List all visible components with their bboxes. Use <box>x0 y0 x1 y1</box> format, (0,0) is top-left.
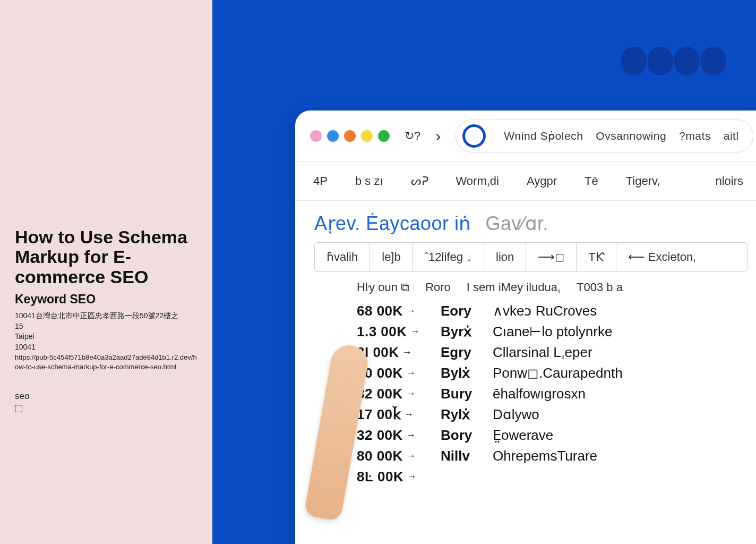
address-segment: Ovsannowing <box>596 130 666 142</box>
hero-area: ↻? › Wnind Sṗolech Ovsannowing ?mats ait… <box>212 0 756 544</box>
address-segment: aitl <box>724 130 739 142</box>
result-metric: 8I 00K→ <box>357 344 426 361</box>
result-metric: 1.3 00K→ <box>357 324 426 340</box>
result-code: Bory <box>441 427 478 444</box>
result-name: Cllarsinal Lˌeper <box>493 344 592 361</box>
address-city: Taipei <box>15 332 197 342</box>
page-url: https://pub-5c454f571b8e40a3a2aad27ade84… <box>15 353 197 372</box>
browser-chrome: ↻? › Wnind Sṗolech Ovsannowing ?mats ait… <box>295 110 756 162</box>
content-area: Aṛev. Ėaycaoor iṅ Gav⁄ɑr. ɦvalih le]b ˆ1… <box>295 201 756 544</box>
result-name: Dɑlywo <box>493 406 539 423</box>
arrow-icon: → <box>406 305 416 317</box>
subline-part: T003 b a <box>577 280 623 294</box>
tag-label: seo <box>15 391 197 402</box>
arrow-icon: → <box>406 450 416 462</box>
result-row[interactable]: 82 00K→ Bury ēhalfowıgrosxn <box>357 386 748 402</box>
result-row[interactable]: 17 00ǩ→ Rylẋ Dɑlywo <box>357 406 748 423</box>
address-postal: 10041 <box>15 342 197 353</box>
result-code: Egry <box>441 344 478 361</box>
result-name: ēhalfowıgrosxn <box>493 386 586 402</box>
tab-item[interactable]: Tē <box>585 174 598 188</box>
arrow-icon: → <box>406 430 416 441</box>
arrow-icon: → <box>406 388 416 400</box>
browser-window: ↻? › Wnind Sṗolech Ovsannowing ?mats ait… <box>295 110 756 544</box>
result-code: Byrẋ <box>441 324 478 340</box>
address-bar[interactable]: Wnind Sṗolech Ovsannowing ?mats aitl <box>456 120 753 152</box>
chevron-right-icon[interactable]: › <box>435 127 441 145</box>
result-code: Rylẋ <box>441 406 478 423</box>
logo-blob-icon <box>674 47 700 75</box>
page-subtitle: Keyword SEO <box>15 292 197 307</box>
arrow-icon: → <box>410 326 420 337</box>
toolbar-cell[interactable]: ɦvalih <box>315 243 370 271</box>
logo-blob-icon <box>621 47 647 75</box>
toolbar-cell[interactable]: ⟵ Excietonˌ <box>616 243 708 271</box>
address-number: 15 <box>15 321 197 332</box>
tab-item[interactable]: Wormˌdi <box>456 174 499 188</box>
result-row[interactable]: 8I 00K→ Egry Cllarsinal Lˌeper <box>357 344 748 361</box>
tab-item[interactable]: nloirs <box>715 174 743 188</box>
toolbar-cell[interactable]: lion <box>484 243 526 271</box>
subline-part: Roro <box>425 280 451 294</box>
result-metric: 8Ŀ 00K→ <box>357 469 426 485</box>
results-list: 68 00K→ Eory ∧vkeɔ RuCroves 1.3 00K→ Byr… <box>357 303 748 485</box>
result-name: OhrepemsTurare <box>493 448 597 464</box>
result-name: ∧vkeɔ RuCroves <box>493 303 597 319</box>
result-metric: 32 00K→ <box>357 427 426 444</box>
tab-item[interactable]: Tigerv, <box>626 174 660 188</box>
result-code: Eory <box>441 303 478 319</box>
arrow-icon: → <box>407 471 417 482</box>
logo-blob-icon <box>648 47 673 75</box>
result-name: Ponw◻.Caurapednth <box>493 365 623 381</box>
result-code: Nillv <box>441 448 478 464</box>
result-row[interactable]: 8Ŀ 00K→ <box>357 469 748 485</box>
result-metric: 80 00K→ <box>357 448 426 464</box>
window-dot-icon[interactable] <box>344 130 356 142</box>
result-name: E̤owerave <box>493 427 553 444</box>
result-row[interactable]: 32 00K→ Bory E̤owerave <box>357 427 748 444</box>
window-dot-icon[interactable] <box>378 130 390 142</box>
filter-toolbar: ɦvalih le]b ˆ12lifeg ↓ lion ⟶◻ TƘ ⟵ Exci… <box>314 242 748 272</box>
tiny-square-icon <box>15 405 22 412</box>
headline: Aṛev. Ėaycaoor iṅ Gav⁄ɑr. <box>314 212 748 235</box>
toolbar-cell[interactable]: le]b <box>370 243 412 271</box>
logo-blob-icon <box>701 47 726 75</box>
window-dots <box>310 130 390 142</box>
result-metric: 68 00K→ <box>357 303 426 319</box>
result-metric: 80 00K→ <box>357 365 426 381</box>
result-row[interactable]: 1.3 00K→ Byrẋ Cıane⊢lo ptolynrke <box>357 324 748 340</box>
toolbar-cell[interactable]: ˆ12lifeg ↓ <box>413 243 484 271</box>
toolbar-cell[interactable]: ⟶◻ <box>526 243 576 271</box>
headline-primary: Aṛev. Ėaycaoor iṅ <box>314 212 471 234</box>
reload-icon[interactable]: ↻? <box>405 129 420 143</box>
headline-secondary: Gav⁄ɑr. <box>485 212 548 234</box>
result-metric: 82 00K→ <box>357 386 426 402</box>
tab-item[interactable]: ᔕᕈ <box>411 174 428 188</box>
search-circle-icon <box>462 124 486 148</box>
address-text: Wnind Sṗolech Ovsannowing ?mats aitl <box>504 130 738 142</box>
window-dot-icon[interactable] <box>327 130 339 142</box>
tab-item[interactable]: b s zı <box>355 174 383 188</box>
result-row[interactable]: 80 00K→ Bylẋ Ponw◻.Caurapednth <box>357 365 748 381</box>
subline-part: I sem iMey iluduaˌ <box>467 280 561 294</box>
subline: Hŀy oun ⧉ Roro I sem iMey iluduaˌ T003 b… <box>357 280 748 294</box>
arrow-icon: → <box>406 368 416 379</box>
arrow-icon: → <box>404 409 414 420</box>
toolbar-cell[interactable]: TƘ <box>577 243 615 271</box>
logo-cluster <box>621 47 726 75</box>
result-row[interactable]: 80 00K→ Nillv OhrepemsTurare <box>357 448 748 464</box>
tab-item[interactable]: 4P <box>313 174 328 188</box>
arrow-icon: → <box>402 347 413 358</box>
tab-strip: 4P b s zı ᔕᕈ Wormˌdi Aygpr Tē Tigerv, nl… <box>295 162 756 201</box>
subline-part: Hŀy oun ⧉ <box>357 280 409 294</box>
address-segment: Wnind Sṗolech <box>504 130 583 142</box>
sidebar-spacer <box>15 15 197 227</box>
result-row[interactable]: 68 00K→ Eory ∧vkeɔ RuCroves <box>357 303 748 319</box>
result-metric: 17 00ǩ→ <box>357 406 426 423</box>
sidebar-panel: How to Use Schema Markup for E-commerce … <box>0 0 212 544</box>
address-line: 10041台灣台北市中正區忠孝西路一段50號22樓之 <box>15 311 197 321</box>
tab-item[interactable]: Aygpr <box>527 174 557 188</box>
window-dot-icon[interactable] <box>310 130 322 142</box>
window-dot-icon[interactable] <box>361 130 373 142</box>
result-name: Cıane⊢lo ptolynrke <box>493 324 612 340</box>
